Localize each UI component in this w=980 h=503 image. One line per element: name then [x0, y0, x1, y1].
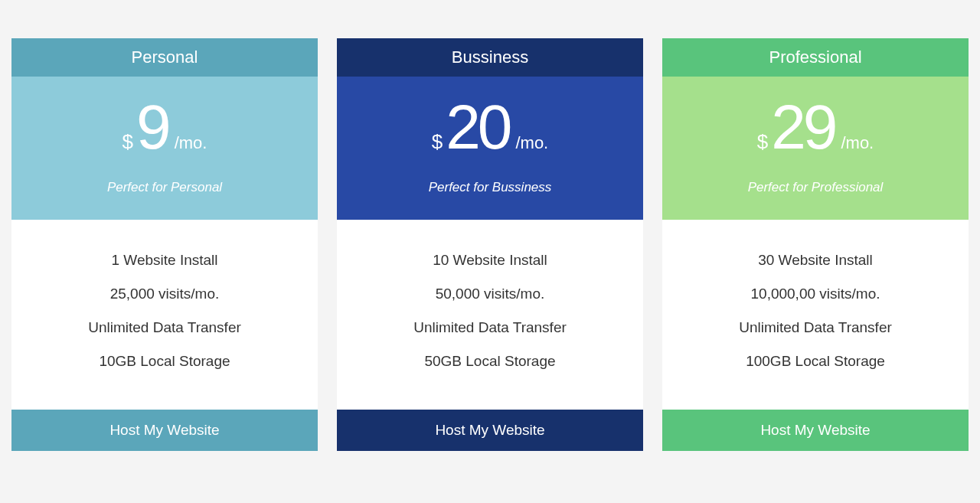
currency-symbol: $: [122, 132, 133, 152]
feature-item: 50GB Local Storage: [352, 353, 628, 370]
feature-item: 1 Website Install: [27, 252, 302, 269]
feature-item: 100GB Local Storage: [678, 353, 953, 370]
currency-symbol: $: [432, 132, 443, 152]
plan-subtitle: Perfect for Professional: [674, 180, 957, 195]
pricing-card-personal: Personal $ 9 /mo. Perfect for Personal 1…: [11, 38, 318, 451]
price-value: 9: [136, 96, 168, 158]
feature-item: Unlimited Data Transfer: [678, 319, 953, 336]
pricing-card-professional: Professional $ 29 /mo. Perfect for Profe…: [662, 38, 969, 451]
feature-item: 10 Website Install: [352, 252, 628, 269]
price-period: /mo.: [175, 135, 207, 152]
price-value: 29: [771, 96, 835, 158]
price-section: $ 29 /mo. Perfect for Professional: [662, 77, 969, 220]
price-line: $ 20 /mo.: [348, 96, 632, 158]
price-section: $ 9 /mo. Perfect for Personal: [11, 77, 318, 220]
price-section: $ 20 /mo. Perfect for Bussiness: [337, 77, 643, 220]
feature-item: Unlimited Data Transfer: [27, 319, 302, 336]
feature-item: 10GB Local Storage: [27, 353, 302, 370]
card-header: Bussiness $ 20 /mo. Perfect for Bussines…: [337, 38, 643, 220]
price-line: $ 9 /mo.: [23, 96, 306, 158]
feature-item: Unlimited Data Transfer: [352, 319, 628, 336]
feature-item: 30 Website Install: [678, 252, 953, 269]
plan-title: Personal: [11, 38, 318, 77]
feature-item: 50,000 visits/mo.: [352, 286, 628, 302]
pricing-card-business: Bussiness $ 20 /mo. Perfect for Bussines…: [337, 38, 643, 451]
features-list: 30 Website Install 10,000,00 visits/mo. …: [662, 220, 969, 410]
pricing-container: Personal $ 9 /mo. Perfect for Personal 1…: [11, 38, 969, 451]
plan-subtitle: Perfect for Bussiness: [348, 180, 632, 195]
features-list: 10 Website Install 50,000 visits/mo. Unl…: [337, 220, 643, 410]
feature-item: 25,000 visits/mo.: [27, 286, 302, 302]
host-website-button[interactable]: Host My Website: [11, 410, 318, 451]
host-website-button[interactable]: Host My Website: [337, 410, 643, 451]
plan-subtitle: Perfect for Personal: [23, 180, 306, 195]
feature-item: 10,000,00 visits/mo.: [678, 286, 953, 302]
features-list: 1 Website Install 25,000 visits/mo. Unli…: [11, 220, 318, 410]
plan-title: Bussiness: [337, 38, 643, 77]
host-website-button[interactable]: Host My Website: [662, 410, 969, 451]
card-header: Personal $ 9 /mo. Perfect for Personal: [11, 38, 318, 220]
price-period: /mo.: [841, 135, 874, 152]
card-header: Professional $ 29 /mo. Perfect for Profe…: [662, 38, 969, 220]
price-line: $ 29 /mo.: [674, 96, 957, 158]
currency-symbol: $: [757, 132, 768, 152]
plan-title: Professional: [662, 38, 969, 77]
price-period: /mo.: [515, 135, 548, 152]
price-value: 20: [446, 96, 509, 158]
